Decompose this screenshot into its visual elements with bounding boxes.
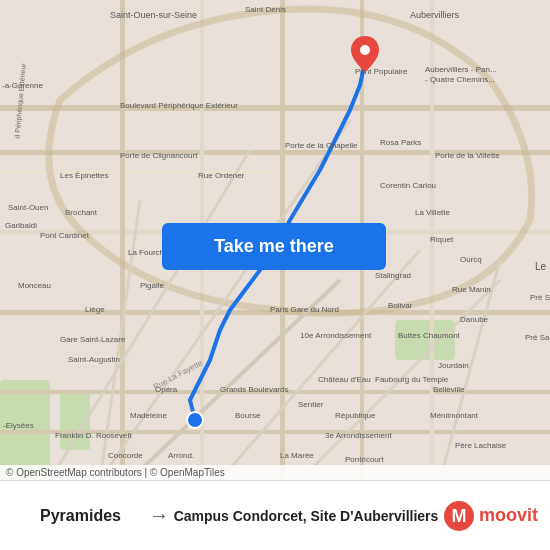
svg-text:Faubourg du Temple: Faubourg du Temple bbox=[375, 375, 449, 384]
svg-text:La Marée: La Marée bbox=[280, 451, 314, 460]
svg-text:Le: Le bbox=[535, 261, 547, 272]
svg-text:10e Arrondissement: 10e Arrondissement bbox=[300, 331, 372, 340]
moovit-text: moovit bbox=[479, 505, 538, 526]
svg-text:Saint-Ouen-sur-Seine: Saint-Ouen-sur-Seine bbox=[110, 10, 197, 20]
svg-text:Saint-Ouen: Saint-Ouen bbox=[8, 203, 48, 212]
arrow-icon: → bbox=[149, 504, 169, 527]
svg-text:Brochant: Brochant bbox=[65, 208, 98, 217]
svg-text:La Villette: La Villette bbox=[415, 208, 451, 217]
svg-text:Ménilmontant: Ménilmontant bbox=[430, 411, 479, 420]
svg-rect-11 bbox=[120, 0, 125, 480]
svg-point-72 bbox=[360, 45, 370, 55]
svg-text:Château d'Eau: Château d'Eau bbox=[318, 375, 371, 384]
svg-text:Liège: Liège bbox=[85, 305, 105, 314]
svg-text:Les Épinettes: Les Épinettes bbox=[60, 171, 108, 180]
take-me-there-button[interactable]: Take me there bbox=[162, 223, 386, 270]
svg-text:Pré Sai...: Pré Sai... bbox=[525, 333, 550, 342]
svg-text:Pont Cardinet: Pont Cardinet bbox=[40, 231, 90, 240]
svg-text:Saint Denis: Saint Denis bbox=[245, 5, 286, 14]
svg-text:Saint-Augustin: Saint-Augustin bbox=[68, 355, 120, 364]
svg-text:Sentier: Sentier bbox=[298, 400, 324, 409]
svg-text:Pontricourt: Pontricourt bbox=[345, 455, 384, 464]
svg-text:Madeleine: Madeleine bbox=[130, 411, 167, 420]
origin-label: Pyramides bbox=[12, 507, 149, 525]
svg-text:Belleville: Belleville bbox=[433, 385, 465, 394]
svg-text:Porte de la Villette: Porte de la Villette bbox=[435, 151, 500, 160]
bottom-bar: Pyramides → Campus Condorcet, Site D'Aub… bbox=[0, 480, 550, 550]
svg-text:Bourse: Bourse bbox=[235, 411, 261, 420]
svg-text:Jourdain: Jourdain bbox=[438, 361, 469, 370]
svg-text:Rue Ordener: Rue Ordener bbox=[198, 171, 245, 180]
svg-text:Père Lachaise: Père Lachaise bbox=[455, 441, 507, 450]
svg-text:Monceau: Monceau bbox=[18, 281, 51, 290]
svg-text:Pré Sai...: Pré Sai... bbox=[530, 293, 550, 302]
svg-text:Grands Boulevards: Grands Boulevards bbox=[220, 385, 288, 394]
svg-text:Concorde: Concorde bbox=[108, 451, 143, 460]
svg-text:Aubervilliers - Pan...: Aubervilliers - Pan... bbox=[425, 65, 497, 74]
svg-text:M: M bbox=[451, 506, 466, 526]
svg-text:Ourcq: Ourcq bbox=[460, 255, 482, 264]
svg-text:Stalingrad: Stalingrad bbox=[375, 271, 411, 280]
svg-text:-Elysées: -Elysées bbox=[3, 421, 34, 430]
svg-text:Rue Manin: Rue Manin bbox=[452, 285, 491, 294]
svg-text:Pigalle: Pigalle bbox=[140, 281, 165, 290]
svg-text:Arrond.: Arrond. bbox=[168, 451, 194, 460]
svg-text:République: République bbox=[335, 411, 376, 420]
moovit-logo-icon: M bbox=[443, 500, 475, 532]
moovit-logo: M moovit bbox=[443, 500, 538, 532]
svg-text:Rosa Parks: Rosa Parks bbox=[380, 138, 421, 147]
svg-text:Bolivar: Bolivar bbox=[388, 301, 413, 310]
svg-text:Garibaldi: Garibaldi bbox=[5, 221, 37, 230]
copyright-bar: © OpenStreetMap contributors | © OpenMap… bbox=[0, 465, 550, 480]
svg-text:Paris Gare du Nord: Paris Gare du Nord bbox=[270, 305, 339, 314]
copyright-text: © OpenStreetMap contributors | © OpenMap… bbox=[6, 467, 225, 478]
svg-text:Riquet: Riquet bbox=[430, 235, 454, 244]
svg-text:Porte de Clignancourt: Porte de Clignancourt bbox=[120, 151, 198, 160]
svg-text:Corentin Carlou: Corentin Carlou bbox=[380, 181, 436, 190]
svg-text:Buttes Chaumont: Buttes Chaumont bbox=[398, 331, 461, 340]
destination-label: Campus Condorcet, Site D'Aubervilliers bbox=[169, 508, 443, 524]
map-container: Saint-Ouen-sur-Seine Saint Denis Aubervi… bbox=[0, 0, 550, 480]
svg-text:Aubervilliers: Aubervilliers bbox=[410, 10, 460, 20]
origin-marker bbox=[187, 412, 203, 428]
svg-text:- Quatre Chemins...: - Quatre Chemins... bbox=[425, 75, 495, 84]
svg-text:Franklin D. Roosevelt: Franklin D. Roosevelt bbox=[55, 431, 132, 440]
svg-text:3e Arrondissement: 3e Arrondissement bbox=[325, 431, 392, 440]
svg-text:Boulevard Périphérique Extérie: Boulevard Périphérique Extérieur bbox=[120, 101, 238, 110]
svg-text:Porte de la Chapelle: Porte de la Chapelle bbox=[285, 141, 358, 150]
svg-text:Danube: Danube bbox=[460, 315, 489, 324]
svg-rect-4 bbox=[0, 105, 550, 111]
svg-text:Gare Saint-Lazare: Gare Saint-Lazare bbox=[60, 335, 126, 344]
